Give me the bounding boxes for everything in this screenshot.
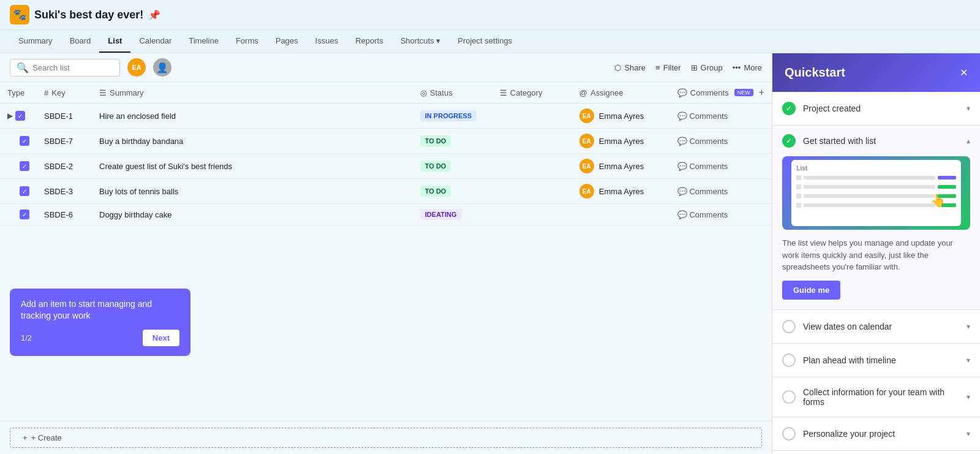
assignee-avatar: EA	[579, 134, 594, 148]
row-key: SBDE-3	[37, 179, 92, 204]
chevron-down-icon4: ▾	[967, 393, 970, 401]
top-bar: 🐾 Suki's best day ever! 📌	[0, 0, 980, 30]
qs-check-personalize	[782, 427, 796, 441]
status-badge[interactable]: TO DO	[420, 186, 451, 197]
qs-label-personalize: Personalize your project	[803, 429, 959, 439]
row-summary: Create guest list of Suki's best friends	[92, 154, 413, 179]
main-layout: 🔍 EA 👤 ⬡ Share ≡ Filter ⊞ Group	[0, 53, 980, 454]
status-badge[interactable]: IN PROGRESS	[420, 110, 477, 121]
tab-shortcuts[interactable]: Shortcuts ▾	[392, 30, 450, 53]
table-container: Type #Key ☰Summary ◎Status ☰Category	[0, 82, 772, 421]
table-row: SBDE-3 Buy lots of tennis balls TO DO EA…	[0, 179, 772, 204]
plus-icon: +	[23, 433, 28, 442]
tab-board[interactable]: Board	[61, 30, 100, 53]
qs-item-forms[interactable]: Collect information for your team with f…	[772, 377, 980, 417]
row-category	[492, 104, 572, 129]
qs-content-get-started: List	[772, 156, 980, 309]
chevron-down-icon: ▾	[967, 104, 970, 113]
row-category	[492, 154, 572, 179]
add-column-button[interactable]: +	[759, 87, 764, 98]
search-box[interactable]: 🔍	[10, 59, 120, 77]
row-assignee: EA Emma Ayres	[579, 184, 663, 199]
list-area: 🔍 EA 👤 ⬡ Share ≡ Filter ⊞ Group	[0, 53, 772, 454]
tab-issues[interactable]: Issues	[307, 30, 347, 53]
assignee-avatar: EA	[579, 159, 594, 173]
tab-project-settings[interactable]: Project settings	[449, 30, 521, 53]
qs-check-forms	[782, 390, 796, 404]
status-badge[interactable]: TO DO	[420, 135, 451, 146]
avatar-team[interactable]: 👤	[153, 58, 172, 77]
tab-timeline[interactable]: Timeline	[180, 30, 227, 53]
qs-item-personalize[interactable]: Personalize your project ▾	[772, 417, 980, 450]
row-category	[492, 129, 572, 154]
guide-me-button[interactable]: Guide me	[782, 281, 840, 300]
qs-check-done2: ✓	[782, 134, 796, 148]
row-key: SBDE-1	[37, 104, 92, 129]
comments-link[interactable]: 💬 Comments	[677, 137, 764, 146]
row-assignee: EA Emma Ayres	[579, 134, 663, 148]
tooltip-footer: 1/2 Next	[21, 330, 179, 346]
row-checkbox[interactable]	[15, 111, 25, 121]
chevron-down-icon3: ▾	[967, 356, 970, 365]
tab-reports[interactable]: Reports	[347, 30, 392, 53]
row-checkbox[interactable]	[20, 210, 29, 219]
comments-link[interactable]: 💬 Comments	[677, 112, 764, 121]
th-category: ☰Category	[492, 82, 572, 104]
qs-item-timeline[interactable]: Plan ahead with timeline ▾	[772, 344, 980, 377]
tab-calendar[interactable]: Calendar	[130, 30, 180, 53]
filter-icon: ≡	[655, 63, 660, 72]
qs-label-timeline: Plan ahead with timeline	[803, 355, 959, 365]
row-key: SBDE-7	[37, 129, 92, 154]
qs-item-header-get-started[interactable]: ✓ Get started with list ▴	[772, 126, 980, 156]
qs-item-calendar[interactable]: View dates on calendar ▾	[772, 310, 980, 343]
qs-label-forms: Collect information for your team with f…	[803, 387, 959, 407]
tab-summary[interactable]: Summary	[10, 30, 61, 53]
group-button[interactable]: ⊞ Group	[691, 63, 723, 72]
row-summary: Hire an enclosed field	[92, 104, 413, 129]
tab-forms[interactable]: Forms	[227, 30, 267, 53]
more-icon: •••	[733, 63, 741, 72]
share-button[interactable]: ⬡ Share	[614, 63, 646, 72]
row-checkbox[interactable]	[20, 136, 29, 146]
table-row: SBDE-6 Doggy birthday cake IDEATING 💬 Co…	[0, 204, 772, 225]
expand-button[interactable]: ▶	[7, 112, 13, 120]
search-input[interactable]	[32, 63, 113, 72]
qs-label-calendar: View dates on calendar	[803, 322, 959, 331]
qs-section-forms: Collect information for your team with f…	[772, 377, 980, 417]
pin-icon[interactable]: 📌	[148, 9, 160, 21]
comments-link[interactable]: 💬 Comments	[677, 210, 764, 219]
create-button[interactable]: + + Create	[10, 428, 762, 448]
comments-link[interactable]: 💬 Comments	[677, 162, 764, 171]
status-badge[interactable]: TO DO	[420, 161, 451, 172]
th-comments: 💬Comments NEW +	[670, 82, 772, 104]
qs-section-project-created: ✓ Project created ▾	[772, 92, 980, 126]
new-badge: NEW	[734, 89, 753, 96]
tooltip-popup: Add an item to start managing and tracki…	[10, 289, 190, 356]
tab-pages[interactable]: Pages	[267, 30, 307, 53]
qs-item-project-created[interactable]: ✓ Project created ▾	[772, 92, 980, 125]
row-assignee: EA Emma Ayres	[579, 159, 663, 173]
avatar-ea[interactable]: EA	[127, 58, 146, 77]
more-button[interactable]: ••• More	[733, 63, 762, 72]
row-summary: Buy lots of tennis balls	[92, 179, 413, 204]
row-checkbox[interactable]	[20, 186, 29, 196]
toolbar: 🔍 EA 👤 ⬡ Share ≡ Filter ⊞ Group	[0, 53, 772, 82]
tooltip-next-button[interactable]: Next	[143, 330, 179, 346]
th-summary: ☰Summary	[92, 82, 413, 104]
qs-check-calendar	[782, 320, 796, 333]
row-key: SBDE-6	[37, 204, 92, 225]
qs-description-get-started: The list view helps you manage and updat…	[782, 237, 970, 273]
row-checkbox[interactable]	[20, 161, 29, 171]
items-table: Type #Key ☰Summary ◎Status ☰Category	[0, 82, 772, 225]
tab-list[interactable]: List	[99, 30, 130, 53]
project-title: Suki's best day ever!	[34, 9, 143, 21]
qs-section-personalize: Personalize your project ▾	[772, 417, 980, 451]
filter-button[interactable]: ≡ Filter	[655, 63, 680, 72]
create-row: + + Create	[0, 421, 772, 454]
status-badge[interactable]: IDEATING	[420, 209, 462, 220]
qs-check-done: ✓	[782, 102, 796, 115]
qs-item-help[interactable]: Find help and give feedback ▾	[772, 451, 980, 455]
table-row: SBDE-2 Create guest list of Suki's best …	[0, 154, 772, 179]
close-quickstart-button[interactable]: ✕	[960, 67, 968, 78]
comments-link[interactable]: 💬 Comments	[677, 187, 764, 196]
